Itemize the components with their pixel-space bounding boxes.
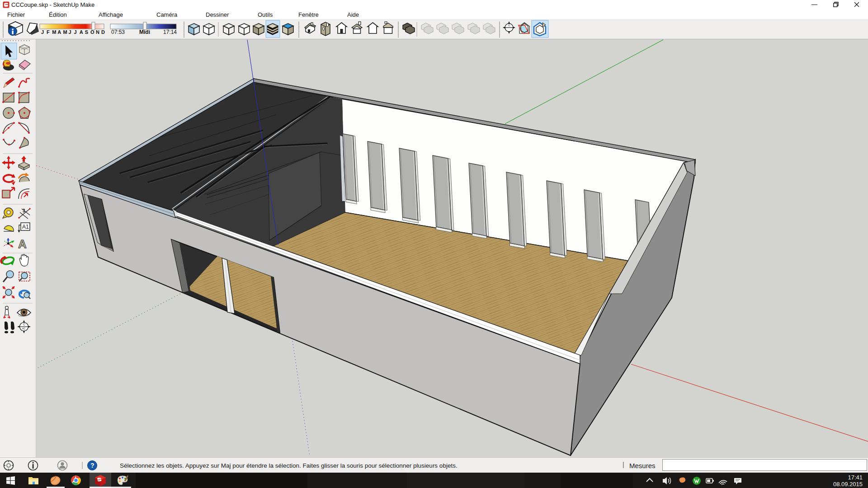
svg-text:07:53: 07:53 [111,29,125,35]
svg-text:M: M [63,29,67,35]
svg-text:C: C [508,24,510,27]
svg-text:S: S [85,29,88,35]
svg-text:A1: A1 [22,224,29,230]
svg-text:?: ? [90,462,94,469]
svg-text:O: O [90,29,94,35]
svg-text:AC: AC [22,327,25,330]
svg-text:A: A [57,29,61,35]
svg-text:A: A [18,237,27,251]
svg-text:J: J [74,29,77,35]
svg-text:17:14: 17:14 [163,29,177,35]
svg-text:C: C [23,323,25,326]
svg-text:D: D [101,29,105,35]
svg-text:J: J [41,29,44,35]
svg-text:J: J [69,29,71,35]
svg-text:Midi: Midi [139,29,150,35]
svg-text:N: N [96,29,99,35]
svg-text:3: 3 [23,208,25,213]
svg-text:F: F [47,29,50,35]
svg-text:M: M [52,29,56,35]
svg-text:A: A [80,29,83,35]
